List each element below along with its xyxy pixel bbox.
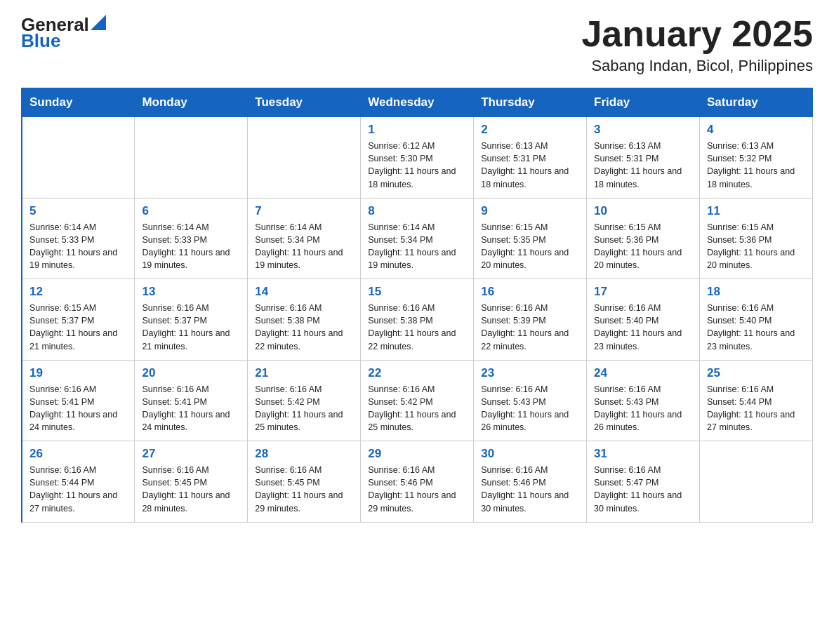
- day-number: 31: [594, 447, 692, 461]
- calendar-cell: 9Sunrise: 6:15 AM Sunset: 5:35 PM Daylig…: [474, 198, 587, 279]
- day-number: 25: [707, 366, 805, 380]
- day-info: Sunrise: 6:13 AM Sunset: 5:31 PM Dayligh…: [594, 140, 692, 191]
- day-number: 18: [707, 285, 805, 299]
- day-number: 3: [594, 123, 692, 137]
- calendar-cell: 10Sunrise: 6:15 AM Sunset: 5:36 PM Dayli…: [587, 198, 700, 279]
- calendar-cell: 21Sunrise: 6:16 AM Sunset: 5:42 PM Dayli…: [248, 360, 361, 441]
- day-number: 12: [29, 285, 127, 299]
- calendar-cell: 31Sunrise: 6:16 AM Sunset: 5:47 PM Dayli…: [587, 441, 700, 523]
- week-row-3: 19Sunrise: 6:16 AM Sunset: 5:41 PM Dayli…: [22, 360, 813, 441]
- calendar-cell: 22Sunrise: 6:16 AM Sunset: 5:42 PM Dayli…: [361, 360, 474, 441]
- day-number: 30: [481, 447, 579, 461]
- calendar-cell: 11Sunrise: 6:15 AM Sunset: 5:36 PM Dayli…: [700, 198, 813, 279]
- calendar-cell: 1Sunrise: 6:12 AM Sunset: 5:30 PM Daylig…: [361, 117, 474, 199]
- calendar-cell: 19Sunrise: 6:16 AM Sunset: 5:41 PM Dayli…: [22, 360, 135, 441]
- day-number: 5: [29, 204, 127, 218]
- svg-marker-0: [91, 15, 106, 30]
- page-header: General Blue January 2025 Sabang Indan, …: [21, 14, 813, 75]
- day-number: 4: [707, 123, 805, 137]
- day-info: Sunrise: 6:16 AM Sunset: 5:44 PM Dayligh…: [707, 383, 805, 434]
- day-number: 29: [368, 447, 466, 461]
- calendar-cell: 2Sunrise: 6:13 AM Sunset: 5:31 PM Daylig…: [474, 117, 587, 199]
- week-row-4: 26Sunrise: 6:16 AM Sunset: 5:44 PM Dayli…: [22, 441, 813, 523]
- header-friday: Friday: [587, 88, 700, 117]
- day-info: Sunrise: 6:16 AM Sunset: 5:40 PM Dayligh…: [594, 302, 692, 353]
- day-info: Sunrise: 6:16 AM Sunset: 5:47 PM Dayligh…: [594, 464, 692, 515]
- calendar-cell: 6Sunrise: 6:14 AM Sunset: 5:33 PM Daylig…: [135, 198, 248, 279]
- calendar-cell: 29Sunrise: 6:16 AM Sunset: 5:46 PM Dayli…: [361, 441, 474, 523]
- calendar-cell: [22, 117, 135, 199]
- day-info: Sunrise: 6:16 AM Sunset: 5:38 PM Dayligh…: [255, 302, 353, 353]
- day-info: Sunrise: 6:14 AM Sunset: 5:34 PM Dayligh…: [368, 221, 466, 272]
- calendar-cell: 20Sunrise: 6:16 AM Sunset: 5:41 PM Dayli…: [135, 360, 248, 441]
- day-info: Sunrise: 6:16 AM Sunset: 5:43 PM Dayligh…: [594, 383, 692, 434]
- day-info: Sunrise: 6:15 AM Sunset: 5:36 PM Dayligh…: [594, 221, 692, 272]
- calendar-cell: 12Sunrise: 6:15 AM Sunset: 5:37 PM Dayli…: [22, 279, 135, 361]
- day-info: Sunrise: 6:16 AM Sunset: 5:44 PM Dayligh…: [29, 464, 127, 515]
- calendar-cell: 24Sunrise: 6:16 AM Sunset: 5:43 PM Dayli…: [587, 360, 700, 441]
- day-number: 11: [707, 204, 805, 218]
- day-number: 17: [594, 285, 692, 299]
- day-number: 9: [481, 204, 579, 218]
- day-number: 27: [142, 447, 240, 461]
- calendar-cell: 16Sunrise: 6:16 AM Sunset: 5:39 PM Dayli…: [474, 279, 587, 361]
- day-info: Sunrise: 6:16 AM Sunset: 5:42 PM Dayligh…: [368, 383, 466, 434]
- day-info: Sunrise: 6:16 AM Sunset: 5:46 PM Dayligh…: [481, 464, 579, 515]
- calendar-cell: 25Sunrise: 6:16 AM Sunset: 5:44 PM Dayli…: [700, 360, 813, 441]
- day-info: Sunrise: 6:16 AM Sunset: 5:46 PM Dayligh…: [368, 464, 466, 515]
- day-info: Sunrise: 6:16 AM Sunset: 5:41 PM Dayligh…: [142, 383, 240, 434]
- logo-blue: Blue: [21, 30, 60, 52]
- day-number: 6: [142, 204, 240, 218]
- logo: General Blue: [21, 14, 106, 52]
- calendar-cell: 7Sunrise: 6:14 AM Sunset: 5:34 PM Daylig…: [248, 198, 361, 279]
- day-info: Sunrise: 6:12 AM Sunset: 5:30 PM Dayligh…: [368, 140, 466, 191]
- day-number: 22: [368, 366, 466, 380]
- day-info: Sunrise: 6:16 AM Sunset: 5:43 PM Dayligh…: [481, 383, 579, 434]
- day-number: 19: [29, 366, 127, 380]
- day-info: Sunrise: 6:15 AM Sunset: 5:35 PM Dayligh…: [481, 221, 579, 272]
- logo-triangle-icon: [91, 15, 106, 30]
- calendar-cell: [135, 117, 248, 199]
- calendar-cell: 13Sunrise: 6:16 AM Sunset: 5:37 PM Dayli…: [135, 279, 248, 361]
- header-row: SundayMondayTuesdayWednesdayThursdayFrid…: [22, 88, 813, 117]
- header-monday: Monday: [135, 88, 248, 117]
- day-number: 1: [368, 123, 466, 137]
- header-sunday: Sunday: [22, 88, 135, 117]
- calendar-header: SundayMondayTuesdayWednesdayThursdayFrid…: [22, 88, 813, 117]
- day-number: 28: [255, 447, 353, 461]
- calendar-cell: 27Sunrise: 6:16 AM Sunset: 5:45 PM Dayli…: [135, 441, 248, 523]
- location-title: Sabang Indan, Bicol, Philippines: [581, 57, 813, 75]
- day-info: Sunrise: 6:15 AM Sunset: 5:37 PM Dayligh…: [29, 302, 127, 353]
- day-info: Sunrise: 6:14 AM Sunset: 5:33 PM Dayligh…: [142, 221, 240, 272]
- day-info: Sunrise: 6:16 AM Sunset: 5:42 PM Dayligh…: [255, 383, 353, 434]
- day-info: Sunrise: 6:14 AM Sunset: 5:34 PM Dayligh…: [255, 221, 353, 272]
- calendar-cell: 4Sunrise: 6:13 AM Sunset: 5:32 PM Daylig…: [700, 117, 813, 199]
- calendar-cell: 17Sunrise: 6:16 AM Sunset: 5:40 PM Dayli…: [587, 279, 700, 361]
- calendar-cell: 8Sunrise: 6:14 AM Sunset: 5:34 PM Daylig…: [361, 198, 474, 279]
- day-number: 2: [481, 123, 579, 137]
- calendar-cell: 14Sunrise: 6:16 AM Sunset: 5:38 PM Dayli…: [248, 279, 361, 361]
- header-wednesday: Wednesday: [361, 88, 474, 117]
- day-number: 26: [29, 447, 127, 461]
- title-block: January 2025 Sabang Indan, Bicol, Philip…: [581, 14, 813, 75]
- calendar-cell: 5Sunrise: 6:14 AM Sunset: 5:33 PM Daylig…: [22, 198, 135, 279]
- calendar-table: SundayMondayTuesdayWednesdayThursdayFrid…: [21, 88, 813, 523]
- day-info: Sunrise: 6:16 AM Sunset: 5:45 PM Dayligh…: [255, 464, 353, 515]
- day-number: 20: [142, 366, 240, 380]
- day-info: Sunrise: 6:16 AM Sunset: 5:39 PM Dayligh…: [481, 302, 579, 353]
- day-info: Sunrise: 6:14 AM Sunset: 5:33 PM Dayligh…: [29, 221, 127, 272]
- calendar-cell: 28Sunrise: 6:16 AM Sunset: 5:45 PM Dayli…: [248, 441, 361, 523]
- calendar-body: 1Sunrise: 6:12 AM Sunset: 5:30 PM Daylig…: [22, 117, 813, 523]
- header-tuesday: Tuesday: [248, 88, 361, 117]
- day-info: Sunrise: 6:16 AM Sunset: 5:38 PM Dayligh…: [368, 302, 466, 353]
- day-number: 14: [255, 285, 353, 299]
- day-number: 23: [481, 366, 579, 380]
- day-number: 15: [368, 285, 466, 299]
- week-row-1: 5Sunrise: 6:14 AM Sunset: 5:33 PM Daylig…: [22, 198, 813, 279]
- day-number: 8: [368, 204, 466, 218]
- day-info: Sunrise: 6:16 AM Sunset: 5:41 PM Dayligh…: [29, 383, 127, 434]
- day-number: 7: [255, 204, 353, 218]
- day-info: Sunrise: 6:16 AM Sunset: 5:37 PM Dayligh…: [142, 302, 240, 353]
- header-saturday: Saturday: [700, 88, 813, 117]
- day-number: 13: [142, 285, 240, 299]
